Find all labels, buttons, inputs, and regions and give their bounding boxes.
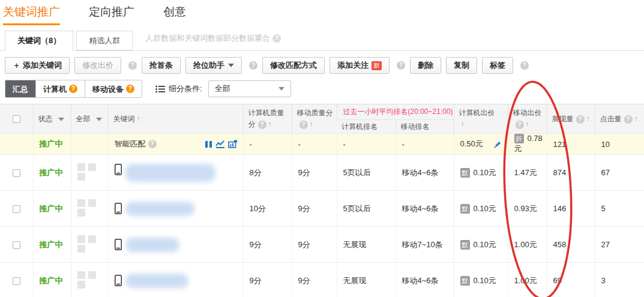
computer-quality-cell: 9分 xyxy=(243,263,292,297)
segment-summary[interactable]: 汇总 xyxy=(5,80,35,97)
device-square xyxy=(88,199,96,207)
row-checkbox[interactable] xyxy=(13,277,20,285)
help-icon[interactable]: ? xyxy=(69,85,77,93)
device-square xyxy=(88,271,96,279)
table-row: 推广中 8分 9分 5页以后 移动4~6条 默0.10元 1.47元 874 6… xyxy=(0,155,644,191)
header-keyword: 关键词↑ xyxy=(108,104,243,134)
tag-button[interactable]: 标签 xyxy=(482,57,513,74)
delete-button[interactable]: 删除 xyxy=(410,57,441,74)
sort-up-icon[interactable]: ↑ xyxy=(310,120,313,128)
help-icon[interactable]: ? xyxy=(516,121,524,129)
segment-computer[interactable]: 计算机 ? xyxy=(35,80,85,97)
status-badge: 推广中 xyxy=(40,168,63,177)
chevron-down-icon xyxy=(228,64,234,67)
row-checkbox[interactable] xyxy=(13,205,20,213)
chevron-down-icon[interactable] xyxy=(58,118,64,121)
help-icon[interactable]: ? xyxy=(624,115,633,124)
mobile-bid-cell: 1.00元 xyxy=(508,263,547,297)
sort-up-icon[interactable]: ↑ xyxy=(526,120,529,128)
row-checkbox[interactable] xyxy=(13,241,20,249)
add-watch-button[interactable]: 添加关注 新 xyxy=(330,57,390,74)
sort-up-icon[interactable]: ↑ xyxy=(461,120,465,128)
segment-condition-dropdown[interactable]: 全部 xyxy=(208,80,291,97)
impressions-cell: 69 xyxy=(547,263,595,297)
header-status-filter: 全部 xyxy=(71,104,108,134)
subtab-audience[interactable]: 精选人群 xyxy=(76,31,133,50)
add-keyword-button[interactable]: ＋ 添加关键词 xyxy=(5,57,70,74)
help-icon[interactable]: ? xyxy=(249,61,257,70)
summary-clicks: 10 xyxy=(595,134,644,155)
device-square xyxy=(77,173,85,181)
modify-match-button[interactable]: 修改匹配方式 xyxy=(262,57,325,74)
header-clicks: 点击量?↑ xyxy=(595,104,644,134)
tab-creative[interactable]: 创意 xyxy=(163,4,186,23)
help-icon[interactable]: ? xyxy=(148,140,157,148)
tab-targeted-promotion[interactable]: 定向推广 xyxy=(89,4,134,23)
header-mobile-bid-label: 移动出价 xyxy=(513,109,542,117)
modify-bid-button[interactable]: 修改出价 xyxy=(74,57,121,74)
rank-assistant-label: 抢位助手 xyxy=(193,58,224,73)
help-icon[interactable]: ? xyxy=(258,121,266,129)
edit-pencil-icon[interactable] xyxy=(493,140,502,149)
segment-computer-label: 计算机 xyxy=(43,81,67,97)
bar-chart-icon[interactable] xyxy=(228,140,237,148)
help-icon[interactable]: ? xyxy=(128,61,137,70)
computer-rank-cell: 无展现 xyxy=(337,263,396,297)
help-icon[interactable]: ? xyxy=(520,61,529,70)
select-all-checkbox[interactable] xyxy=(13,115,20,123)
computer-rank-cell: 无展现 xyxy=(337,227,396,263)
summary-select-cell xyxy=(0,134,33,155)
chevron-down-icon[interactable] xyxy=(96,118,102,121)
sort-up-icon[interactable]: ↑ xyxy=(586,115,590,123)
header-computer-bid-label: 计算机出价 xyxy=(459,109,495,117)
help-icon[interactable]: ? xyxy=(272,34,281,43)
mobile-phone-icon xyxy=(115,275,122,286)
default-bid-badge: 默 xyxy=(460,240,470,250)
impressions-cell: 458 xyxy=(547,227,595,263)
sort-up-icon[interactable]: ↑ xyxy=(634,115,638,123)
table-row: 推广中 9分 9分 无展现 移动4~6条 默0.10元 1.00元 69 3 xyxy=(0,263,644,297)
clicks-cell: 3 xyxy=(595,263,644,297)
tab-keyword-promotion[interactable]: 关键词推广 xyxy=(3,4,60,25)
help-icon[interactable]: ? xyxy=(576,115,585,124)
device-square xyxy=(77,281,85,289)
summary-computer-bid: 0.50元 xyxy=(460,139,483,149)
header-keyword-label: 关键词 xyxy=(113,115,135,123)
copy-button[interactable]: 复制 xyxy=(446,57,477,74)
filter-bar: 汇总 计算机 ? 移动设备 ? 细分条件: 全部 xyxy=(0,79,644,104)
mobile-quality-cell: 9分 xyxy=(292,227,337,263)
help-icon[interactable]: ? xyxy=(299,121,308,129)
header-rank-group: 过去一小时平均排名(20:00~21:00) xyxy=(337,104,454,120)
rank-assistant-button[interactable]: 抢位助手 xyxy=(185,57,242,74)
pause-icon[interactable] xyxy=(205,140,212,148)
clicks-cell: 67 xyxy=(595,155,644,191)
trend-chart-icon[interactable] xyxy=(215,140,225,148)
summary-computer-rank: - xyxy=(337,134,396,155)
header-mobile-quality: 移动质量分?↑ xyxy=(292,104,337,134)
sort-up-icon[interactable]: ↑ xyxy=(137,115,140,123)
header-status-filter-label: 全部 xyxy=(76,115,91,123)
smart-match-label: 智能匹配 xyxy=(115,139,146,149)
subtab-keywords[interactable]: 关键词（8） xyxy=(5,31,73,51)
impressions-cell: 874 xyxy=(547,155,595,191)
header-computer-quality-label: 计算机质量分 xyxy=(248,109,284,128)
segment-mobile[interactable]: 移动设备 ? xyxy=(85,80,142,97)
row-checkbox[interactable] xyxy=(13,169,20,177)
computer-quality-cell: 8分 xyxy=(243,155,292,191)
help-icon[interactable]: ? xyxy=(397,61,405,70)
header-mobile-rank: 移动排名 xyxy=(396,120,454,134)
computer-bid-cell: 0.10元 xyxy=(474,240,496,249)
impressions-cell: 146 xyxy=(547,191,595,227)
mobile-phone-icon xyxy=(115,239,122,250)
grab-first-button[interactable]: 抢首条 xyxy=(142,57,181,74)
table-row: 推广中 10分 9分 5页以后 移动4~6条 默0.10元 0.93元 146 … xyxy=(0,191,644,227)
header-status: 状态 xyxy=(33,104,71,134)
help-icon[interactable]: ? xyxy=(126,85,134,93)
summary-mobile-rank: - xyxy=(396,134,454,155)
device-square xyxy=(77,245,85,253)
list-icon xyxy=(155,85,165,93)
header-mobile-quality-label: 移动质量分 xyxy=(297,109,333,117)
mobile-rank-cell: 移动7~10条 xyxy=(396,227,454,263)
sort-up-icon[interactable]: ↑ xyxy=(268,120,272,128)
mobile-rank-cell: 移动4~6条 xyxy=(396,191,454,227)
